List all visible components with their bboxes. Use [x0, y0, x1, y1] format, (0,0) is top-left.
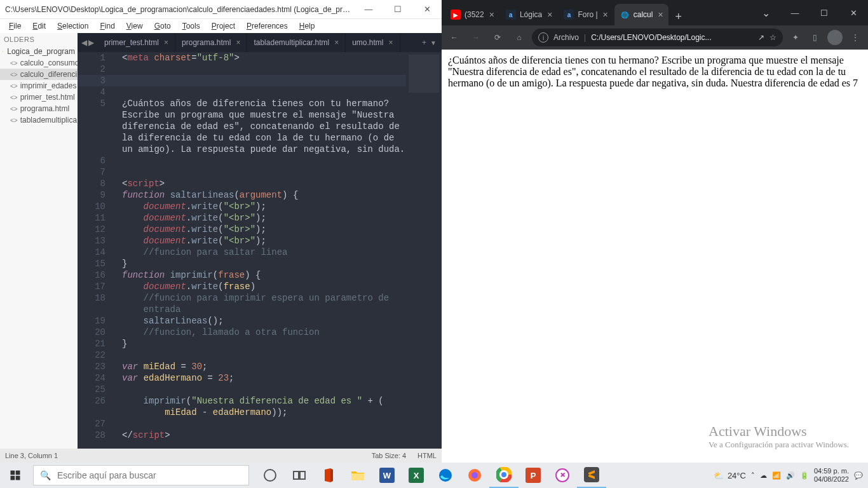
- sidebar-file[interactable]: <>calculo_consumo: [0, 57, 78, 69]
- code-line[interactable]: 23var miEdad = 30;: [78, 361, 406, 372]
- code-line[interactable]: 2: [78, 64, 406, 75]
- battery-icon[interactable]: 🔋: [800, 471, 809, 480]
- code-line[interactable]: entrada: [78, 304, 406, 315]
- menu-find[interactable]: Find: [95, 20, 119, 32]
- sidebar-file[interactable]: <>calculo_diferenci: [0, 69, 78, 80]
- explorer-icon[interactable]: [343, 463, 372, 488]
- chrome-menu-icon[interactable]: ⋮: [846, 29, 864, 46]
- profile-avatar[interactable]: [827, 30, 843, 45]
- code-line[interactable]: 7: [78, 166, 406, 178]
- taskbar-search[interactable]: 🔍 Escribe aquí para buscar: [33, 465, 249, 485]
- edge-icon[interactable]: [431, 463, 460, 488]
- excel-icon[interactable]: X: [402, 463, 431, 488]
- tab-close-icon[interactable]: ×: [547, 10, 552, 20]
- share-icon[interactable]: ↗: [758, 33, 764, 42]
- reading-list-icon[interactable]: ▯: [806, 29, 824, 46]
- browser-tab[interactable]: 🌐calcul×: [614, 4, 668, 25]
- notifications-icon[interactable]: 💬: [854, 471, 863, 480]
- wifi-icon[interactable]: 📶: [772, 471, 781, 480]
- menu-project[interactable]: Project: [207, 20, 240, 32]
- menu-view[interactable]: View: [121, 20, 148, 32]
- browser-tab[interactable]: aLógica×: [501, 4, 558, 25]
- maximize-button[interactable]: ☐: [383, 0, 412, 19]
- tab-prev-icon[interactable]: ◀: [81, 38, 87, 47]
- chrome-maximize-button[interactable]: ☐: [810, 0, 839, 25]
- code-line[interactable]: 10 document.write("<br>");: [78, 201, 406, 212]
- editor-tab[interactable]: primer_test.html×: [98, 33, 175, 52]
- code-line[interactable]: 18 //funcion para imprimir espera un par…: [78, 292, 406, 304]
- code-line[interactable]: 11 document.write("<br>");: [78, 212, 406, 224]
- sidebar-file[interactable]: <>programa.html: [0, 103, 78, 114]
- code-line[interactable]: 1<meta charset="utf-8">: [78, 52, 406, 64]
- back-button[interactable]: ←: [445, 29, 463, 46]
- sidebar-file[interactable]: <>imprimir_edades: [0, 80, 78, 92]
- code-line[interactable]: 4: [78, 86, 406, 98]
- code-line[interactable]: miEdad - edadHermano));: [78, 407, 406, 418]
- tab-close-icon[interactable]: ×: [334, 38, 339, 47]
- cortana-icon[interactable]: [255, 463, 285, 488]
- code-line[interactable]: 5¿Cuántos años de diferencia tienes con …: [78, 98, 406, 109]
- sublime-titlebar[interactable]: C:\Users\LENOVO\Desktop\Logica_de_progra…: [0, 0, 442, 19]
- editor-tab[interactable]: umo.html×: [346, 33, 400, 52]
- chrome-close-button[interactable]: ✕: [839, 0, 868, 25]
- code-line[interactable]: 24var edadHermano = 23;: [78, 372, 406, 384]
- home-button[interactable]: ⌂: [510, 29, 528, 46]
- sidebar-file[interactable]: <>tablademultiplica: [0, 114, 78, 126]
- code-line[interactable]: 26 imprimir("Nuestra diferencia de edad …: [78, 395, 406, 407]
- game-icon[interactable]: [548, 463, 577, 488]
- code-line[interactable]: la diferencia de tu edad con la de tu he…: [78, 132, 406, 144]
- code-line[interactable]: 3: [78, 75, 406, 86]
- sidebar-folder[interactable]: Logica_de_program: [0, 46, 78, 57]
- code-line[interactable]: 6: [78, 155, 406, 166]
- editor-tab[interactable]: programa.html×: [175, 33, 247, 52]
- editor-tab[interactable]: tablademultiplicar.html×: [247, 33, 346, 52]
- status-tabsize[interactable]: Tab Size: 4: [372, 452, 406, 459]
- volume-icon[interactable]: 🔊: [786, 471, 795, 480]
- tab-new-icon[interactable]: +: [422, 38, 426, 47]
- new-tab-button[interactable]: +: [670, 8, 688, 25]
- onedrive-icon[interactable]: ☁: [760, 471, 767, 480]
- menu-file[interactable]: File: [4, 20, 26, 32]
- code-line[interactable]: 12 document.write("<br>");: [78, 224, 406, 235]
- menu-help[interactable]: Help: [294, 20, 320, 32]
- minimize-button[interactable]: —: [354, 0, 383, 19]
- code-line[interactable]: diferencia de edad es", concatenando el …: [78, 121, 406, 132]
- site-info-icon[interactable]: i: [538, 32, 548, 43]
- code-line[interactable]: 19 saltarLineas();: [78, 315, 406, 327]
- menu-edit[interactable]: Edit: [27, 20, 51, 32]
- chrome-titlebar[interactable]: ▶(3522×aLógica×aForo |×🌐calcul× + ⌄ — ☐ …: [442, 0, 868, 25]
- status-language[interactable]: HTML: [417, 452, 437, 459]
- code-line[interactable]: 14 //funcion para saltar linea: [78, 247, 406, 258]
- menu-selection[interactable]: Selection: [52, 20, 93, 32]
- code-line[interactable]: 27: [78, 418, 406, 430]
- browser-tab[interactable]: ▶(3522×: [445, 4, 499, 25]
- minimap[interactable]: [406, 52, 442, 449]
- firefox-icon[interactable]: [460, 463, 489, 488]
- code-line[interactable]: 28</script>: [78, 430, 406, 441]
- code-line[interactable]: 22: [78, 349, 406, 361]
- menu-preferences[interactable]: Preferences: [241, 20, 293, 32]
- code-line[interactable]: 13 document.write("<br>");: [78, 235, 406, 247]
- bookmark-icon[interactable]: ☆: [770, 33, 776, 42]
- sublime-taskbar-icon[interactable]: [577, 463, 606, 488]
- forward-button[interactable]: →: [467, 29, 485, 46]
- browser-tab[interactable]: aForo |×: [559, 4, 613, 25]
- tab-next-icon[interactable]: ▶: [88, 38, 94, 47]
- chrome-minimize-button[interactable]: —: [780, 0, 810, 25]
- code-line[interactable]: 8<script>: [78, 178, 406, 189]
- tab-menu-icon[interactable]: ▼: [430, 39, 437, 46]
- tab-close-icon[interactable]: ×: [658, 10, 663, 20]
- tab-close-icon[interactable]: ×: [603, 10, 608, 20]
- tabs-dropdown-icon[interactable]: ⌄: [751, 0, 780, 25]
- reload-button[interactable]: ⟳: [489, 29, 506, 46]
- code-line[interactable]: Escribe un programa que muestre el mensa…: [78, 109, 406, 121]
- code-line[interactable]: 17 document.write(frase): [78, 281, 406, 292]
- start-button[interactable]: [0, 463, 31, 488]
- extensions-icon[interactable]: ✦: [787, 29, 804, 46]
- sidebar-file[interactable]: <>primer_test.html: [0, 92, 78, 103]
- tab-close-icon[interactable]: ×: [489, 10, 494, 20]
- taskview-icon[interactable]: [285, 463, 314, 488]
- menu-goto[interactable]: Goto: [149, 20, 176, 32]
- tab-close-icon[interactable]: ×: [164, 38, 168, 47]
- powerpoint-icon[interactable]: P: [519, 463, 548, 488]
